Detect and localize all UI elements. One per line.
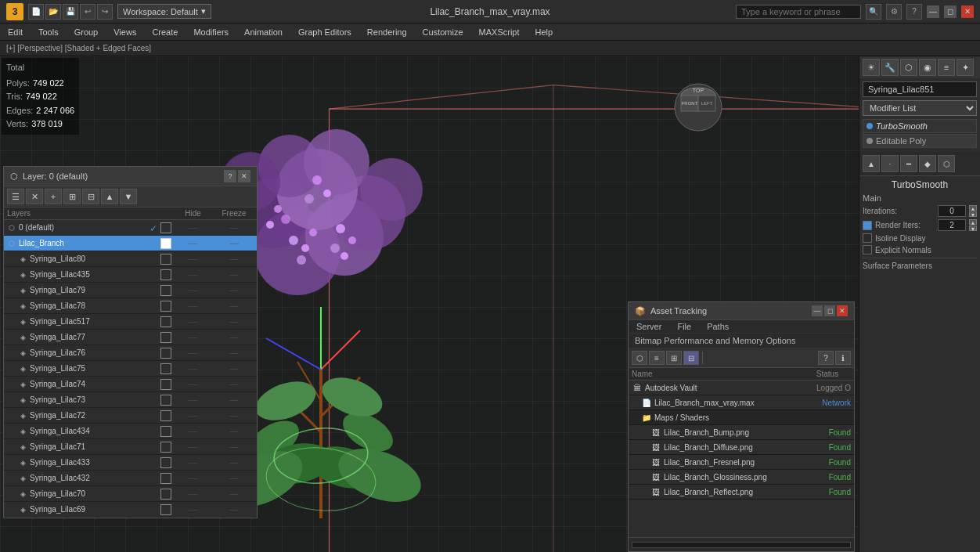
ts-explicit-checkbox[interactable]	[863, 245, 872, 254]
at-icon-2[interactable]: ≡	[649, 351, 665, 365]
rp-icon-1[interactable]: ☀	[863, 59, 880, 76]
rp-icon-5[interactable]: ≡	[938, 59, 955, 76]
subobj-poly-icon[interactable]: ◆	[919, 155, 936, 172]
menu-modifiers[interactable]: Modifiers	[186, 26, 236, 38]
layer-row-select-box[interactable]	[160, 442, 171, 453]
menu-animation[interactable]: Animation	[236, 26, 290, 38]
layer-row-select-box[interactable]	[160, 395, 171, 406]
lt-icon-move-up[interactable]: ▲	[101, 189, 118, 204]
asset-row[interactable]: 🖼Lilac_Branch_Diffuse.pngFound	[629, 440, 854, 455]
subobj-edge-icon[interactable]: ·	[881, 155, 899, 172]
asset-row[interactable]: 📄Lilac_Branch_max_vray.maxNetwork	[629, 395, 854, 410]
minimize-button[interactable]: —	[927, 5, 939, 18]
lt-icon-select[interactable]: ☰	[7, 189, 24, 204]
lt-icon-delete[interactable]: ✕	[26, 189, 43, 204]
asset-row[interactable]: 📁Maps / Shaders	[629, 410, 854, 425]
asset-close-btn[interactable]: ✕	[837, 305, 848, 316]
menu-help[interactable]: Help	[528, 26, 561, 38]
asset-row[interactable]: 🖼Lilac_Branch_Glossiness.pngFound	[629, 470, 854, 485]
layer-row-select-box[interactable]	[160, 269, 171, 280]
rp-icon-4[interactable]: ◉	[919, 59, 936, 76]
menu-graph-editors[interactable]: Graph Editors	[290, 26, 359, 38]
layer-row-select-box[interactable]	[160, 504, 171, 515]
layer-row-select-box[interactable]	[160, 489, 171, 500]
modifier-list-dropdown[interactable]: Modifier List	[863, 100, 977, 116]
asset-submenu-bitmap[interactable]: Bitmap Performance and Memory	[635, 336, 763, 345]
layer-row-select-box[interactable]	[160, 457, 171, 468]
rp-icon-2[interactable]: 🔧	[881, 59, 899, 76]
lt-icon-copy[interactable]: ⊞	[63, 189, 81, 204]
layer-row[interactable]: ◈Syringa_Lilac433--------	[4, 455, 257, 471]
menu-tools[interactable]: Tools	[31, 26, 67, 38]
layer-row[interactable]: ◈Syringa_Lilac70--------	[4, 486, 257, 502]
layer-row-select-box[interactable]	[160, 222, 171, 233]
ts-iterations-down[interactable]: ▼	[969, 211, 977, 217]
layer-row-select-box[interactable]	[160, 238, 171, 249]
ts-iterations-up[interactable]: ▲	[969, 205, 977, 211]
layer-row[interactable]: ◈Syringa_Lilac76--------	[4, 345, 257, 361]
asset-row[interactable]: 🖼Lilac_Branch_Fresnel.pngFound	[629, 455, 854, 470]
at-icon-4[interactable]: ⊟	[683, 351, 699, 365]
settings-icon[interactable]: ⚙	[886, 4, 902, 20]
menu-edit[interactable]: Edit	[0, 26, 31, 38]
asset-row[interactable]: 🏛Autodesk VaultLogged O	[629, 381, 854, 395]
layer-row[interactable]: ◈Syringa_Lilac434--------	[4, 424, 257, 439]
lt-icon-add[interactable]: +	[45, 189, 62, 204]
layer-row-select-box[interactable]	[160, 285, 171, 296]
undo-icon[interactable]: ↩	[80, 4, 95, 20]
layer-row[interactable]: ◈Syringa_Lilac69--------	[4, 502, 257, 518]
layer-help-button[interactable]: ?	[224, 170, 236, 182]
layer-row[interactable]: ◈Syringa_Lilac80--------	[4, 251, 257, 267]
layer-row[interactable]: ◈Syringa_Lilac78--------	[4, 298, 257, 314]
asset-restore-btn[interactable]: ◻	[824, 305, 835, 316]
asset-minimize-btn[interactable]: —	[812, 305, 823, 316]
layer-close-button[interactable]: ✕	[238, 170, 250, 182]
modifier-item-turbosmooth[interactable]: TurboSmooth	[863, 119, 977, 133]
layer-row-select-box[interactable]	[160, 301, 171, 312]
layer-row[interactable]: ◈Syringa_Lilac435--------	[4, 267, 257, 283]
layer-row[interactable]: ◈Syringa_Lilac71--------	[4, 439, 257, 455]
menu-create[interactable]: Create	[144, 26, 186, 38]
restore-button[interactable]: ◻	[944, 5, 957, 18]
menu-customize[interactable]: Customize	[415, 26, 471, 38]
asset-menu-paths[interactable]: Paths	[699, 320, 737, 333]
search-input[interactable]	[736, 5, 861, 19]
layer-row-select-box[interactable]	[160, 410, 171, 421]
lt-icon-move-down[interactable]: ▼	[120, 189, 137, 204]
layer-row-select-box[interactable]	[160, 332, 171, 343]
asset-menu-server[interactable]: Server	[629, 320, 669, 333]
rp-icon-3[interactable]: ⬡	[900, 59, 917, 76]
menu-rendering[interactable]: Rendering	[359, 26, 415, 38]
modifier-name-input[interactable]	[863, 81, 977, 97]
ts-render-up[interactable]: ▲	[969, 219, 977, 225]
ts-iterations-input[interactable]	[938, 205, 966, 217]
asset-menu-file[interactable]: File	[669, 320, 699, 333]
asset-submenu-options[interactable]: Options	[766, 336, 796, 345]
menu-group[interactable]: Group	[67, 26, 106, 38]
at-icon-info[interactable]: ℹ	[835, 351, 851, 365]
layer-row[interactable]: ⬡Lilac_Branch--------	[4, 236, 257, 251]
layer-row-select-box[interactable]	[160, 254, 171, 265]
ts-render-iters-checkbox[interactable]	[863, 221, 872, 230]
ts-render-down[interactable]: ▼	[969, 225, 977, 231]
search-icon[interactable]: 🔍	[866, 4, 881, 20]
layer-row[interactable]: ◈Syringa_Lilac74--------	[4, 377, 257, 392]
at-icon-help[interactable]: ?	[818, 351, 834, 365]
ts-isoline-checkbox[interactable]	[863, 233, 872, 243]
layer-row[interactable]: ◈Syringa_Lilac517--------	[4, 314, 257, 330]
layer-row-select-box[interactable]	[160, 363, 171, 374]
close-button[interactable]: ✕	[961, 5, 974, 18]
workspace-dropdown[interactable]: Workspace: Default ▾	[117, 4, 211, 19]
layer-row-select-box[interactable]	[160, 316, 171, 327]
layer-row[interactable]: ◈Syringa_Lilac79--------	[4, 283, 257, 298]
layer-row[interactable]: ◈Syringa_Lilac72--------	[4, 408, 257, 424]
layer-row[interactable]: ◈Syringa_Lilac432--------	[4, 471, 257, 486]
layer-row-select-box[interactable]	[160, 379, 171, 390]
lt-icon-paste[interactable]: ⊟	[82, 189, 99, 204]
redo-icon[interactable]: ↪	[97, 4, 113, 20]
subobj-element-icon[interactable]: ⬡	[938, 155, 955, 172]
save-icon[interactable]: 💾	[63, 4, 78, 20]
at-icon-3[interactable]: ⊞	[666, 351, 682, 365]
ts-render-iters-input[interactable]	[938, 219, 966, 231]
nav-cube[interactable]: TOP FRONT LEFT	[671, 80, 726, 135]
